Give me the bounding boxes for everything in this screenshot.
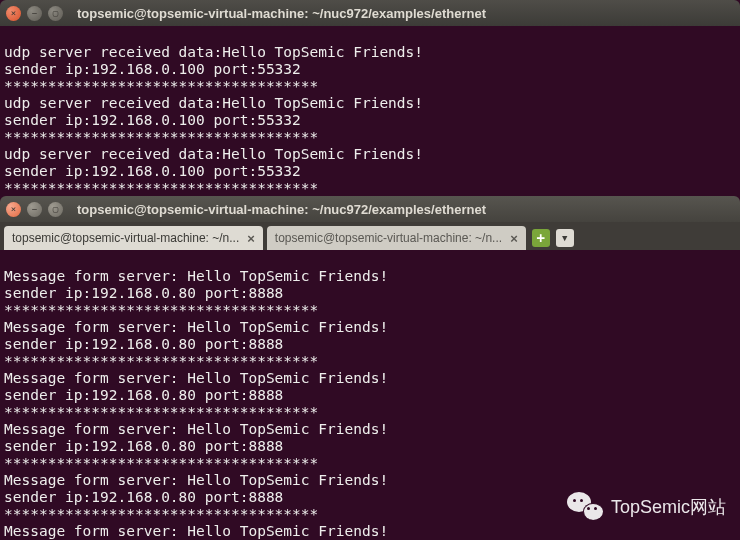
term1-line: ************************************ (4, 78, 318, 94)
watermark-text: TopSemic网站 (611, 495, 726, 519)
term2-line: ************************************ (4, 353, 318, 369)
maximize-icon[interactable]: ▢ (48, 202, 63, 217)
minimize-icon[interactable]: − (27, 6, 42, 21)
tab-menu-dropdown-icon[interactable]: ▼ (556, 229, 574, 247)
term2-line: ************************************ (4, 404, 318, 420)
maximize-icon[interactable]: ▢ (48, 6, 63, 21)
terminal-window-1: × − ▢ topsemic@topsemic-virtual-machine:… (0, 0, 740, 196)
add-tab-button[interactable]: + (532, 229, 550, 247)
term2-line: Message form server: Hello TopSemic Frie… (4, 421, 388, 437)
term2-line: ************************************ (4, 302, 318, 318)
titlebar-1[interactable]: × − ▢ topsemic@topsemic-virtual-machine:… (0, 0, 740, 26)
term2-line: sender ip:192.168.0.80 port:8888 (4, 438, 283, 454)
titlebar-2[interactable]: × − ▢ topsemic@topsemic-virtual-machine:… (0, 196, 740, 222)
terminal-output-1[interactable]: udp server received data:Hello TopSemic … (0, 26, 740, 196)
term1-line: ************************************ (4, 129, 318, 145)
term1-line: sender ip:192.168.0.100 port:55332 (4, 112, 301, 128)
term2-line: ************************************ (4, 506, 318, 522)
term1-line: udp server received data:Hello TopSemic … (4, 146, 423, 162)
tab-label: topsemic@topsemic-virtual-machine: ~/n..… (12, 231, 239, 245)
term2-line: sender ip:192.168.0.80 port:8888 (4, 387, 283, 403)
close-icon[interactable]: × (6, 202, 21, 217)
term2-line: sender ip:192.168.0.80 port:8888 (4, 336, 283, 352)
watermark: TopSemic网站 (567, 492, 726, 522)
tab-inactive[interactable]: topsemic@topsemic-virtual-machine: ~/n..… (267, 226, 526, 250)
window-title-1: topsemic@topsemic-virtual-machine: ~/nuc… (77, 6, 486, 21)
tab-bar: topsemic@topsemic-virtual-machine: ~/n..… (0, 222, 740, 250)
term2-line: Message form server: Hello TopSemic Frie… (4, 523, 388, 539)
tab-label: topsemic@topsemic-virtual-machine: ~/n..… (275, 231, 502, 245)
term2-line: Message form server: Hello TopSemic Frie… (4, 268, 388, 284)
term1-line: udp server received data:Hello TopSemic … (4, 95, 423, 111)
tab-active[interactable]: topsemic@topsemic-virtual-machine: ~/n..… (4, 226, 263, 250)
minimize-icon[interactable]: − (27, 202, 42, 217)
wechat-icon (567, 492, 603, 522)
tab-close-icon[interactable]: × (247, 231, 255, 246)
close-icon[interactable]: × (6, 6, 21, 21)
term2-line: Message form server: Hello TopSemic Frie… (4, 319, 388, 335)
term1-line: sender ip:192.168.0.100 port:55332 (4, 163, 301, 179)
terminal-window-2: × − ▢ topsemic@topsemic-virtual-machine:… (0, 196, 740, 540)
term2-line: ************************************ (4, 455, 318, 471)
term2-line: sender ip:192.168.0.80 port:8888 (4, 285, 283, 301)
tab-close-icon[interactable]: × (510, 231, 518, 246)
term2-line: Message form server: Hello TopSemic Frie… (4, 370, 388, 386)
window-title-2: topsemic@topsemic-virtual-machine: ~/nuc… (77, 202, 486, 217)
term2-line: sender ip:192.168.0.80 port:8888 (4, 489, 283, 505)
term1-line: ************************************ (4, 180, 318, 196)
term2-line: Message form server: Hello TopSemic Frie… (4, 472, 388, 488)
term1-line: udp server received data:Hello TopSemic … (4, 44, 423, 60)
term1-line: sender ip:192.168.0.100 port:55332 (4, 61, 301, 77)
